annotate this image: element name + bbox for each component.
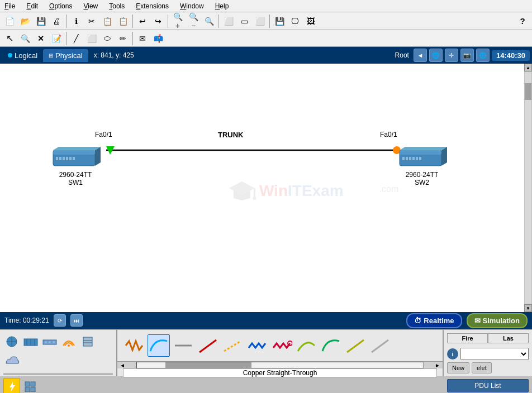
- menu-view[interactable]: View: [81, 1, 100, 11]
- reset-btn[interactable]: ⟳: [54, 314, 66, 327]
- dev-router[interactable]: [3, 333, 20, 350]
- svg-marker-12: [53, 147, 101, 150]
- tab-logical[interactable]: Logical: [2, 49, 43, 62]
- dev-hub[interactable]: [41, 333, 58, 350]
- tb-cut[interactable]: ✂: [84, 14, 99, 28]
- tab-physical[interactable]: ⊞ Physical: [43, 49, 88, 62]
- tb2-mailbox[interactable]: 📫: [151, 31, 165, 46]
- tb2-select[interactable]: ↖: [2, 31, 17, 46]
- cable-fiber[interactable]: [197, 334, 219, 357]
- sw2-icon: [397, 145, 447, 170]
- cable-console[interactable]: [123, 334, 145, 357]
- globe-btn[interactable]: 🌐: [476, 49, 490, 62]
- tb2-rect3[interactable]: ⬜: [84, 31, 99, 46]
- sw2-device[interactable]: Fa0/1 2960-24TT SW2: [397, 131, 447, 186]
- tb-info[interactable]: ℹ: [69, 14, 83, 28]
- menu-tools[interactable]: Tools: [107, 1, 127, 11]
- tb-oval[interactable]: ⬜: [253, 14, 267, 28]
- tb-zoom-in[interactable]: 🔍+: [170, 14, 185, 28]
- tb-rect[interactable]: ⬜: [221, 14, 236, 28]
- tb2-cross[interactable]: ✕: [34, 31, 48, 46]
- right-scrollbar[interactable]: ▲ ▼: [524, 64, 532, 312]
- menu-options[interactable]: Options: [47, 1, 74, 11]
- sw1-device[interactable]: Fa0/1 2960-24TT SW1: [50, 131, 101, 186]
- back-btn[interactable]: ◄: [414, 49, 427, 62]
- scroll-left-arrow[interactable]: ◄: [120, 362, 125, 368]
- svg-marker-22: [400, 147, 447, 150]
- scroll-thumb[interactable]: [525, 83, 531, 100]
- play-btn[interactable]: ⏭: [70, 314, 83, 327]
- tb-paste[interactable]: 📋: [116, 14, 130, 28]
- tb2-ellipse[interactable]: ⬭: [100, 31, 115, 46]
- tb-open[interactable]: 📂: [18, 14, 32, 28]
- svg-rect-7: [63, 157, 65, 160]
- tb-new[interactable]: 📄: [2, 14, 17, 28]
- tb-help[interactable]: ?: [515, 14, 530, 28]
- svg-rect-44: [31, 382, 35, 386]
- svg-rect-10: [73, 157, 75, 160]
- device-extra: [0, 376, 116, 393]
- tb-zoom-out[interactable]: 🔍−: [186, 14, 201, 28]
- usb-icon: [296, 336, 317, 356]
- cable-coax[interactable]: [320, 334, 342, 357]
- sep4: [218, 15, 219, 28]
- menu-help[interactable]: Help: [213, 1, 231, 11]
- cable-serial[interactable]: [246, 334, 268, 357]
- realtime-btn[interactable]: ⏱ Realtime: [406, 313, 462, 328]
- scroll-down-arrow[interactable]: ▼: [524, 304, 532, 312]
- menu-window[interactable]: Window: [178, 1, 206, 11]
- menu-file[interactable]: File: [2, 1, 17, 11]
- cable-copper-cross[interactable]: [172, 334, 194, 357]
- dev-switch[interactable]: [22, 333, 39, 350]
- tb2-pencil[interactable]: ✏: [116, 31, 130, 46]
- coax-icon: [320, 336, 341, 356]
- new-pdu-btn[interactable]: New: [447, 362, 469, 373]
- tb-copy[interactable]: 📋: [100, 14, 115, 28]
- scroll-right-arrow[interactable]: ►: [435, 362, 440, 368]
- pdu-list-btn[interactable]: PDU List: [447, 379, 529, 392]
- device-toolbar: ◄ ► Copper Straight-Through Fire Las i N…: [0, 329, 532, 376]
- canvas[interactable]: Fa0/1 2960-24TT SW1 TRUNK: [0, 64, 524, 312]
- copper-straight-icon: [148, 336, 169, 356]
- cable-auto[interactable]: [344, 334, 367, 357]
- tb2-email[interactable]: ✉: [135, 31, 150, 46]
- home-btn[interactable]: 🌐: [429, 49, 443, 62]
- menu-edit[interactable]: Edit: [24, 1, 40, 11]
- tb2-line[interactable]: ╱: [69, 31, 83, 46]
- tb-zoom-reset[interactable]: 🔍: [202, 14, 216, 28]
- tb-save2[interactable]: 💾: [272, 14, 287, 28]
- tb-rect2[interactable]: ▭: [237, 14, 251, 28]
- sw1-icon: [50, 145, 101, 170]
- dev-wireless[interactable]: [60, 333, 77, 350]
- cable-phone[interactable]: [221, 334, 244, 357]
- scroll-track[interactable]: [525, 72, 531, 304]
- tb2-note[interactable]: 📝: [49, 31, 64, 46]
- scroll-up-arrow[interactable]: ▲: [524, 64, 532, 71]
- tb-print[interactable]: 🖨: [49, 14, 64, 28]
- info-icon-btn[interactable]: i: [447, 348, 458, 360]
- camera-btn[interactable]: 📷: [460, 49, 474, 62]
- bottom-scrollbar-track[interactable]: [136, 362, 424, 368]
- menu-extensions[interactable]: Extensions: [134, 1, 171, 11]
- dev-extra-2[interactable]: [22, 378, 39, 393]
- tb-monitor[interactable]: 🖵: [288, 14, 302, 28]
- fiber-icon: [197, 336, 218, 356]
- tb-save[interactable]: 💾: [34, 14, 48, 28]
- bottom-scrollbar-thumb[interactable]: [165, 362, 251, 368]
- octal-icon: [271, 336, 292, 356]
- tb-image[interactable]: 🖼: [303, 14, 318, 28]
- cable-copper-straight[interactable]: [148, 334, 170, 357]
- cable-last[interactable]: [369, 334, 391, 357]
- dev-cloud[interactable]: [3, 352, 20, 369]
- cable-octal[interactable]: [270, 334, 293, 357]
- tb-undo[interactable]: ↩: [135, 14, 150, 28]
- pdu-dropdown[interactable]: [460, 348, 529, 360]
- tb2-search[interactable]: 🔍: [18, 31, 32, 46]
- delete-pdu-btn[interactable]: elet: [472, 362, 492, 373]
- simulation-btn[interactable]: ✉ Simulation: [467, 313, 528, 328]
- dev-extra-1[interactable]: [3, 378, 20, 393]
- cable-usb[interactable]: [295, 334, 317, 357]
- tb-redo[interactable]: ↪: [151, 14, 165, 28]
- move-btn[interactable]: ✛: [445, 49, 458, 62]
- dev-server[interactable]: [79, 333, 96, 350]
